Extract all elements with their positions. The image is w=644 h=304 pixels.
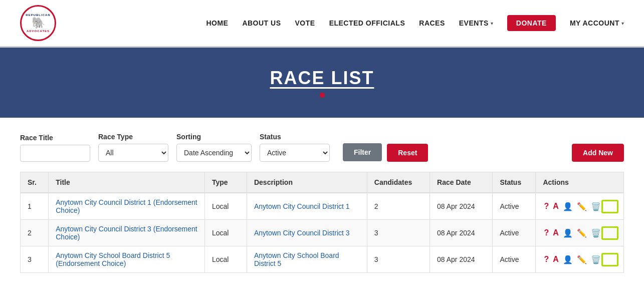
reset-button[interactable]: Reset [387, 144, 428, 162]
filter-section: Race Title Race Type All Local State Fed… [0, 118, 644, 172]
sorting-label: Sorting [176, 133, 252, 141]
sorting-filter-group: Sorting Date Ascending Date Descending T… [176, 133, 252, 162]
row-sr: 2 [21, 220, 49, 246]
race-title-label: Race Title [20, 134, 90, 142]
row-actions: ? A 👤 ✏️ 🗑️ [536, 193, 624, 220]
row-candidates: 3 [367, 246, 430, 273]
help-icon[interactable]: ? [543, 254, 550, 265]
delete-icon[interactable]: 🗑️ [590, 201, 602, 212]
nav-events[interactable]: EVENTS [459, 19, 489, 27]
row-description: Anytown City Council District 3 [247, 220, 367, 246]
events-chevron-down-icon: ▾ [491, 21, 493, 26]
row-race-date: 08 Apr 2024 [430, 220, 493, 246]
logo-inner: REPUBLICAN 🐘 ADVOCATES [22, 7, 54, 39]
race-type-filter-group: Race Type All Local State Federal [98, 133, 168, 162]
table-header-row: Sr. Title Type Description Candidates Ra… [21, 172, 624, 193]
race-title-filter-group: Race Title [20, 134, 90, 162]
nav-about-us[interactable]: ABOUT US [242, 19, 281, 27]
edit-icon[interactable]: ✏️ [576, 254, 588, 265]
row-title: Anytown City School Board District 5 (En… [49, 246, 205, 273]
row-status: Active [493, 220, 536, 246]
actions-cell: ? A 👤 ✏️ 🗑️ [543, 201, 616, 212]
nav-donate[interactable]: DONATE [507, 15, 556, 31]
page-title: RACE LIST [270, 68, 374, 89]
row-title-link[interactable]: Anytown City School Board District 5 (En… [56, 251, 170, 267]
col-actions: Actions [536, 172, 624, 193]
delete-icon[interactable]: 🗑️ [590, 254, 602, 265]
a-icon[interactable]: A [552, 201, 560, 212]
row-title: Anytown City Council District 3 (Endorse… [49, 220, 205, 246]
hero-banner: RACE LIST [0, 48, 644, 118]
sorting-select[interactable]: Date Ascending Date Descending Title A-Z… [176, 144, 252, 162]
a-icon[interactable]: A [552, 254, 560, 265]
a-icon[interactable]: A [552, 227, 560, 238]
edit-icon[interactable]: ✏️ [576, 201, 588, 212]
row-status: Active [493, 246, 536, 273]
nav-elected-officials[interactable]: ELECTED OFFICIALS [329, 19, 405, 27]
help-icon[interactable]: ? [543, 227, 550, 238]
col-sr: Sr. [21, 172, 49, 193]
row-title: Anytown City Council District 1 (Endorse… [49, 193, 205, 220]
add-new-button[interactable]: Add New [572, 144, 624, 162]
col-type: Type [205, 172, 247, 193]
col-description: Description [247, 172, 367, 193]
logo-circle: REPUBLICAN 🐘 ADVOCATES [20, 5, 56, 41]
row-desc-link[interactable]: Anytown City Council District 3 [254, 229, 350, 237]
col-status: Status [493, 172, 536, 193]
row-race-date: 08 Apr 2024 [430, 193, 493, 220]
table-row: 1 Anytown City Council District 1 (Endor… [21, 193, 624, 220]
race-table: Sr. Title Type Description Candidates Ra… [20, 172, 624, 273]
row-candidates: 2 [367, 193, 430, 220]
edit-icon[interactable]: ✏️ [576, 227, 588, 239]
filter-button[interactable]: Filter [343, 143, 382, 161]
row-desc-link[interactable]: Anytown City School Board District 5 [254, 251, 339, 267]
row-description: Anytown City School Board District 5 [247, 246, 367, 273]
nav-home[interactable]: HOME [206, 19, 228, 27]
nav-events-dropdown[interactable]: EVENTS ▾ [459, 19, 493, 27]
row-race-date: 08 Apr 2024 [430, 246, 493, 273]
actions-cell: ? A 👤 ✏️ 🗑️ [543, 254, 616, 265]
row-status: Active [493, 193, 536, 220]
col-title: Title [49, 172, 205, 193]
table-body: 1 Anytown City Council District 1 (Endor… [21, 193, 624, 273]
row-actions: ? A 👤 ✏️ 🗑️ [536, 246, 624, 273]
race-type-select[interactable]: All Local State Federal [98, 144, 168, 162]
help-icon[interactable]: ? [543, 201, 550, 212]
logo-bottom-text: ADVOCATES [27, 30, 50, 33]
filter-buttons: Filter Reset [343, 143, 428, 162]
hero-red-dot [320, 93, 325, 98]
row-type: Local [205, 193, 247, 220]
table-row: 2 Anytown City Council District 3 (Endor… [21, 220, 624, 246]
table-row: 3 Anytown City School Board District 5 (… [21, 246, 624, 273]
nav-my-account[interactable]: MY ACCOUNT [570, 19, 619, 27]
table-header: Sr. Title Type Description Candidates Ra… [21, 172, 624, 193]
delete-icon[interactable]: 🗑️ [590, 227, 602, 239]
my-account-chevron-down-icon: ▾ [621, 21, 624, 26]
row-title-link[interactable]: Anytown City Council District 3 (Endorse… [56, 225, 197, 241]
nav-my-account-dropdown[interactable]: MY ACCOUNT ▾ [570, 19, 624, 27]
user-icon[interactable]: 👤 [562, 227, 574, 239]
status-filter-group: Status Active Inactive All [260, 133, 330, 162]
row-title-link[interactable]: Anytown City Council District 1 (Endorse… [56, 198, 197, 214]
row-sr: 1 [21, 193, 49, 220]
row-type: Local [205, 220, 247, 246]
header: REPUBLICAN 🐘 ADVOCATES HOME ABOUT US VOT… [0, 0, 644, 48]
logo-area: REPUBLICAN 🐘 ADVOCATES [20, 5, 56, 41]
row-description: Anytown City Council District 1 [247, 193, 367, 220]
race-type-label: Race Type [98, 133, 168, 141]
row-type: Local [205, 246, 247, 273]
nav-vote[interactable]: VOTE [295, 19, 315, 27]
nav-races[interactable]: RACES [419, 19, 445, 27]
col-race-date: Race Date [430, 172, 493, 193]
race-title-input[interactable] [20, 145, 90, 162]
logo-elephant-icon: 🐘 [32, 17, 45, 30]
user-icon[interactable]: 👤 [562, 254, 574, 265]
actions-cell: ? A 👤 ✏️ 🗑️ [543, 227, 616, 239]
row-desc-link[interactable]: Anytown City Council District 1 [254, 202, 350, 210]
main-nav: HOME ABOUT US VOTE ELECTED OFFICIALS RAC… [206, 15, 624, 31]
status-select[interactable]: Active Inactive All [260, 144, 330, 162]
col-candidates: Candidates [367, 172, 430, 193]
row-sr: 3 [21, 246, 49, 273]
row-candidates: 3 [367, 220, 430, 246]
user-icon[interactable]: 👤 [562, 201, 574, 212]
